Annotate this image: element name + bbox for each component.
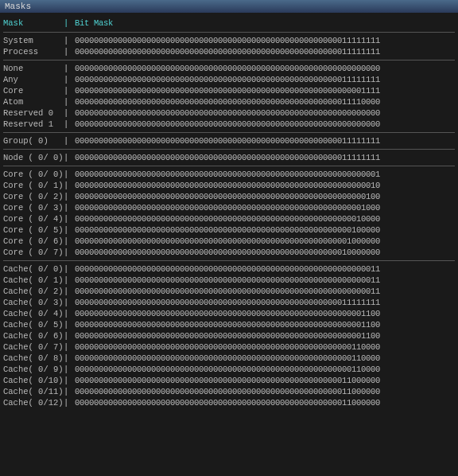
mask-label: None bbox=[3, 64, 64, 73]
row-separator: | bbox=[64, 236, 75, 246]
row-separator: | bbox=[64, 64, 75, 73]
row-separator: | bbox=[64, 203, 75, 213]
row-separator: | bbox=[64, 214, 75, 224]
bit-mask-value: 0000000000000000000000000000000000000000… bbox=[75, 353, 455, 363]
row-separator: | bbox=[64, 181, 75, 190]
table-row: Reserved 1| 0000000000000000000000000000… bbox=[3, 119, 455, 130]
mask-label: Cache( 0/ 4) bbox=[3, 309, 64, 318]
bit-mask-value: 0000000000000000000000000000000000000000… bbox=[75, 108, 455, 118]
mask-label: Core ( 0/ 0) bbox=[3, 170, 64, 179]
mask-label: Cache( 0/ 7) bbox=[3, 342, 64, 352]
row-separator: | bbox=[64, 97, 75, 107]
bit-mask-value: 0000000000000000000000000000000000000000… bbox=[75, 320, 455, 330]
mask-label: Cache( 0/10) bbox=[3, 376, 64, 385]
row-separator: | bbox=[64, 298, 75, 307]
table-row: Cache( 0/ 2)| 00000000000000000000000000… bbox=[3, 286, 455, 297]
bit-mask-value: 0000000000000000000000000000000000000000… bbox=[75, 153, 455, 162]
mask-label: Group( 0) bbox=[3, 136, 64, 146]
row-separator: | bbox=[64, 248, 75, 257]
table-row: Core ( 0/ 1)| 00000000000000000000000000… bbox=[3, 180, 455, 191]
row-separator: | bbox=[64, 342, 75, 352]
row-separator: | bbox=[64, 136, 75, 146]
mask-label: Process bbox=[3, 47, 64, 57]
bit-mask-value: 0000000000000000000000000000000000000000… bbox=[75, 275, 455, 285]
row-separator: | bbox=[64, 309, 75, 318]
row-separator: | bbox=[64, 353, 75, 363]
mask-label: Cache( 0/ 0) bbox=[3, 264, 64, 274]
row-separator: | bbox=[64, 47, 75, 57]
bit-mask-value: 0000000000000000000000000000000000000000… bbox=[75, 309, 455, 318]
bit-mask-value: 0000000000000000000000000000000000000000… bbox=[75, 342, 455, 352]
bit-mask-value: 0000000000000000000000000000000000000000… bbox=[75, 192, 455, 201]
bit-mask-value: 0000000000000000000000000000000000000000… bbox=[75, 47, 455, 57]
table-row: Core ( 0/ 3)| 00000000000000000000000000… bbox=[3, 202, 455, 213]
mask-label: Core ( 0/ 6) bbox=[3, 236, 64, 246]
table-row: Core ( 0/ 5)| 00000000000000000000000000… bbox=[3, 224, 455, 236]
table-row: Cache( 0/ 6)| 00000000000000000000000000… bbox=[3, 330, 455, 341]
table-row: Core| 0000000000000000000000000000000000… bbox=[3, 85, 455, 96]
table-row: None| 0000000000000000000000000000000000… bbox=[3, 63, 455, 74]
mask-label: Any bbox=[3, 75, 64, 84]
table-row: Cache( 0/ 3)| 00000000000000000000000000… bbox=[3, 297, 455, 308]
row-separator: | bbox=[64, 170, 75, 179]
divider bbox=[3, 166, 455, 166]
table-row: Core ( 0/ 7)| 00000000000000000000000000… bbox=[3, 247, 455, 258]
bit-mask-value: 0000000000000000000000000000000000000000… bbox=[75, 203, 455, 213]
table-header: Mask | Bit Mask bbox=[3, 17, 455, 29]
table-row: Cache( 0/ 7)| 00000000000000000000000000… bbox=[3, 341, 455, 353]
bit-mask-value: 0000000000000000000000000000000000000000… bbox=[75, 170, 455, 179]
bit-mask-value: 0000000000000000000000000000000000000000… bbox=[75, 248, 455, 257]
bit-mask-value: 0000000000000000000000000000000000000000… bbox=[75, 97, 455, 107]
mask-label: Reserved 1 bbox=[3, 119, 64, 129]
divider bbox=[3, 149, 455, 150]
mask-label: Core ( 0/ 5) bbox=[3, 225, 64, 235]
row-separator: | bbox=[64, 119, 75, 129]
bit-mask-value: 0000000000000000000000000000000000000000… bbox=[75, 119, 455, 129]
bit-mask-value: 0000000000000000000000000000000000000000… bbox=[75, 86, 455, 96]
table-row: Cache( 0/ 1)| 00000000000000000000000000… bbox=[3, 275, 455, 286]
row-separator: | bbox=[64, 192, 75, 201]
divider bbox=[3, 60, 455, 60]
row-separator: | bbox=[64, 275, 75, 285]
table-row: Cache( 0/11)| 00000000000000000000000000… bbox=[3, 386, 455, 397]
mask-label: Node ( 0/ 0) bbox=[3, 153, 64, 162]
mask-label: System bbox=[3, 36, 64, 45]
table-row: Cache( 0/ 4)| 00000000000000000000000000… bbox=[3, 308, 455, 319]
row-separator: | bbox=[64, 36, 75, 45]
mask-label: Core ( 0/ 2) bbox=[3, 192, 64, 201]
divider bbox=[3, 132, 455, 133]
table-row: Any| 00000000000000000000000000000000000… bbox=[3, 74, 455, 85]
bit-mask-value: 0000000000000000000000000000000000000000… bbox=[75, 365, 455, 374]
mask-label: Cache( 0/ 8) bbox=[3, 353, 64, 363]
mask-label: Cache( 0/ 5) bbox=[3, 320, 64, 330]
table-row: Cache( 0/ 5)| 00000000000000000000000000… bbox=[3, 319, 455, 330]
mask-label: Core bbox=[3, 86, 64, 96]
table-row: Atom| 0000000000000000000000000000000000… bbox=[3, 96, 455, 107]
divider bbox=[3, 260, 455, 261]
bit-mask-value: 0000000000000000000000000000000000000000… bbox=[75, 264, 455, 274]
table-row: Reserved 0| 0000000000000000000000000000… bbox=[3, 107, 455, 119]
mask-label: Core ( 0/ 1) bbox=[3, 181, 64, 190]
mask-label: Cache( 0/11) bbox=[3, 387, 64, 396]
row-separator: | bbox=[64, 108, 75, 118]
row-separator: | bbox=[64, 320, 75, 330]
table-row: Cache( 0/ 9)| 00000000000000000000000000… bbox=[3, 364, 455, 375]
mask-label: Cache( 0/12) bbox=[3, 398, 64, 408]
mask-label: Cache( 0/ 1) bbox=[3, 275, 64, 285]
mask-label: Core ( 0/ 7) bbox=[3, 248, 64, 257]
bit-mask-value: 0000000000000000000000000000000000000000… bbox=[75, 36, 455, 45]
mask-label: Cache( 0/ 3) bbox=[3, 298, 64, 307]
window-titlebar[interactable]: Masks bbox=[0, 0, 458, 14]
row-separator: | bbox=[64, 225, 75, 235]
mask-label: Cache( 0/ 2) bbox=[3, 287, 64, 296]
mask-label: Cache( 0/ 9) bbox=[3, 365, 64, 374]
bit-mask-value: 0000000000000000000000000000000000000000… bbox=[75, 181, 455, 190]
table-row: Group( 0)| 00000000000000000000000000000… bbox=[3, 135, 455, 146]
mask-label: Core ( 0/ 3) bbox=[3, 203, 64, 213]
header-col-bitmask: Bit Mask bbox=[75, 18, 455, 28]
row-separator: | bbox=[64, 331, 75, 341]
bit-mask-value: 0000000000000000000000000000000000000000… bbox=[75, 376, 455, 385]
header-separator: | bbox=[64, 18, 75, 28]
row-separator: | bbox=[64, 264, 75, 274]
row-separator: | bbox=[64, 398, 75, 408]
